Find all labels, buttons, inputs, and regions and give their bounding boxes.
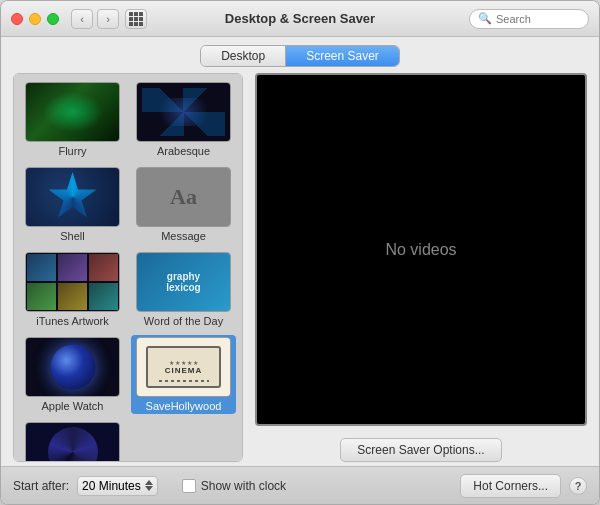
list-item[interactable]: Arabesque: [131, 80, 236, 159]
screensaver-thumb-savehollywood: CINEMA: [136, 337, 231, 397]
screensaver-thumb-itunes: [25, 252, 120, 312]
screensaver-list[interactable]: Flurry Arabesque Shell Aa Message: [13, 73, 243, 462]
list-item[interactable]: Word of the Day: [131, 250, 236, 329]
tab-desktop[interactable]: Desktop: [201, 46, 286, 66]
duration-select[interactable]: 20 Minutes: [77, 476, 158, 496]
help-button[interactable]: ?: [569, 477, 587, 495]
show-clock-label: Show with clock: [201, 479, 286, 493]
screen-saver-options-button[interactable]: Screen Saver Options...: [340, 438, 501, 462]
main-content: Flurry Arabesque Shell Aa Message: [1, 73, 599, 466]
cinema-text: CINEMA: [165, 366, 203, 375]
bottom-bar: Start after: 20 Minutes Show with clock …: [1, 466, 599, 504]
screensaver-label-applewatch: Apple Watch: [42, 400, 104, 412]
forward-button[interactable]: ›: [97, 9, 119, 29]
show-clock-area: Show with clock: [182, 479, 286, 493]
list-item[interactable]: Apple Watch: [20, 335, 125, 414]
preview-panel: No videos Screen Saver Options...: [255, 73, 587, 462]
start-after-label: Start after:: [13, 479, 69, 493]
maximize-button[interactable]: [47, 13, 59, 25]
duration-up-arrow: [145, 480, 153, 485]
screensaver-thumb-message: Aa: [136, 167, 231, 227]
hot-corners-button[interactable]: Hot Corners...: [460, 474, 561, 498]
list-item-selected[interactable]: CINEMA SaveHollywood: [131, 335, 236, 414]
screensaver-label-savehollywood: SaveHollywood: [146, 400, 222, 412]
screensaver-thumb-word: [136, 252, 231, 312]
window-title: Desktop & Screen Saver: [225, 11, 375, 26]
screensaver-thumb-flurry: [25, 82, 120, 142]
close-button[interactable]: [11, 13, 23, 25]
search-input[interactable]: [496, 13, 580, 25]
screensaver-label-flurry: Flurry: [58, 145, 86, 157]
screensaver-thumb-arabesque: [136, 82, 231, 142]
list-item[interactable]: Random: [20, 420, 125, 462]
list-item[interactable]: Flurry: [20, 80, 125, 159]
screensaver-label-word: Word of the Day: [144, 315, 223, 327]
list-item[interactable]: iTunes Artwork: [20, 250, 125, 329]
grid-view-button[interactable]: [125, 9, 147, 29]
show-clock-checkbox[interactable]: [182, 479, 196, 493]
minimize-button[interactable]: [29, 13, 41, 25]
tab-group: Desktop Screen Saver: [200, 45, 400, 67]
tabs-row: Desktop Screen Saver: [1, 37, 599, 73]
list-item[interactable]: Shell: [20, 165, 125, 244]
duration-arrows: [145, 480, 153, 491]
duration-value: 20 Minutes: [82, 479, 141, 493]
screensaver-label-shell: Shell: [60, 230, 84, 242]
grid-icon: [129, 12, 143, 26]
main-window: ‹ › Desktop & Screen Saver 🔍 Desktop Scr…: [0, 0, 600, 505]
duration-down-arrow: [145, 486, 153, 491]
tab-screensaver[interactable]: Screen Saver: [286, 46, 399, 66]
screensaver-thumb-random: [25, 422, 120, 462]
back-button[interactable]: ‹: [71, 9, 93, 29]
cinema-ticket: CINEMA: [146, 346, 221, 388]
list-item[interactable]: Aa Message: [131, 165, 236, 244]
screensaver-label-arabesque: Arabesque: [157, 145, 210, 157]
search-icon: 🔍: [478, 12, 492, 25]
screensaver-label-message: Message: [161, 230, 206, 242]
search-box[interactable]: 🔍: [469, 9, 589, 29]
traffic-lights: [11, 13, 59, 25]
no-videos-label: No videos: [385, 241, 456, 259]
title-bar: ‹ › Desktop & Screen Saver 🔍: [1, 1, 599, 37]
screensaver-label-itunes: iTunes Artwork: [36, 315, 108, 327]
screensaver-thumb-applewatch: [25, 337, 120, 397]
nav-arrows: ‹ ›: [71, 9, 119, 29]
preview-screen: No videos: [255, 73, 587, 426]
screensaver-thumb-shell: [25, 167, 120, 227]
